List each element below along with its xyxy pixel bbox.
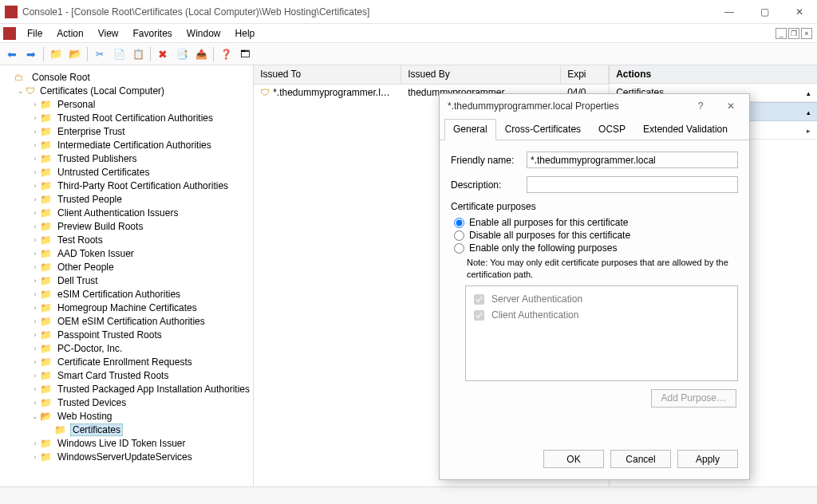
expand-icon[interactable]: › [30, 358, 40, 366]
expand-icon[interactable]: › [30, 195, 40, 203]
expand-icon[interactable]: › [30, 168, 40, 176]
collapse-icon[interactable] [807, 87, 811, 98]
radio-disable-all-input[interactable] [454, 230, 464, 241]
radio-enable-all-input[interactable] [454, 218, 464, 228]
expand-icon[interactable]: › [30, 263, 40, 271]
col-issued-to[interactable]: Issued To [254, 65, 401, 84]
dialog-close-button[interactable]: ✕ [716, 95, 746, 117]
export-list-button[interactable] [192, 45, 210, 63]
expand-icon[interactable]: › [30, 372, 40, 380]
radio-disable-all[interactable]: Disable all purposes for this certificat… [454, 230, 738, 241]
show-hide-tree-button[interactable] [66, 45, 84, 63]
description-input[interactable] [527, 176, 738, 193]
radio-enable-only[interactable]: Enable only the following purposes [454, 242, 738, 254]
tree-node[interactable]: ›Dell Trust [2, 274, 251, 287]
tree-node[interactable]: ›Enterprise Trust [2, 124, 251, 138]
tree-node[interactable]: ›Test Roots [2, 233, 251, 246]
tree-node[interactable]: ›Trusted Packaged App Installation Autho… [2, 382, 251, 396]
tree-node[interactable]: ›Windows Live ID Token Issuer [2, 436, 251, 450]
tree-node[interactable]: ›Untrusted Certificates [2, 165, 251, 179]
collapse-icon[interactable]: ⌄ [16, 87, 26, 95]
tree-node[interactable]: ›Client Authentication Issuers [2, 206, 251, 219]
tree-node[interactable]: ›Personal [2, 97, 251, 111]
tree-node[interactable]: ›Trusted Root Certification Authorities [2, 111, 251, 124]
expand-icon[interactable]: › [30, 439, 40, 447]
view-button[interactable] [236, 45, 254, 63]
expand-icon[interactable]: › [30, 128, 40, 136]
tree-web-hosting[interactable]: ⌄ Web Hosting [2, 409, 251, 423]
friendly-name-input[interactable] [527, 152, 738, 168]
expand-icon[interactable]: › [30, 236, 40, 244]
tree-node[interactable]: ›Trusted Devices [2, 396, 251, 409]
menu-file[interactable]: File [21, 26, 49, 41]
expand-icon[interactable]: › [30, 182, 40, 190]
expand-icon[interactable]: › [30, 453, 40, 461]
expand-icon[interactable]: › [30, 385, 40, 393]
expand-icon[interactable]: › [30, 304, 40, 312]
expand-icon[interactable]: › [30, 100, 40, 108]
forward-button[interactable] [22, 45, 40, 63]
paste-button[interactable] [129, 45, 147, 63]
col-expiration[interactable]: Expi [561, 65, 609, 84]
help-button[interactable] [217, 45, 235, 63]
maximize-button[interactable]: ▢ [747, 0, 782, 24]
expand-icon[interactable]: › [30, 290, 40, 298]
tree-console-root[interactable]: Console Root [2, 70, 251, 84]
tree-node[interactable]: ›Trusted People [2, 192, 251, 206]
tree-node[interactable]: ›Third-Party Root Certification Authorit… [2, 179, 251, 192]
menu-favorites[interactable]: Favorites [127, 26, 179, 41]
expand-icon[interactable]: › [30, 345, 40, 352]
tree-node[interactable]: ›Smart Card Trusted Roots [2, 368, 251, 382]
back-button[interactable] [3, 45, 21, 63]
tree-node[interactable]: ›eSIM Certification Authorities [2, 287, 251, 301]
tree-node[interactable]: ›Certificate Enrollment Requests [2, 355, 251, 368]
properties-button[interactable] [173, 45, 191, 63]
menu-window[interactable]: Window [180, 26, 227, 41]
copy-button[interactable] [110, 45, 128, 63]
tab-cross-certificates[interactable]: Cross-Certificates [496, 119, 590, 140]
expand-icon[interactable]: › [30, 209, 40, 217]
mdi-minimize-button[interactable]: _ [776, 28, 787, 39]
apply-button[interactable]: Apply [677, 450, 738, 468]
tree-certificates-local[interactable]: ⌄ Certificates (Local Computer) [2, 84, 251, 97]
radio-enable-only-input[interactable] [454, 243, 464, 254]
collapse-icon[interactable]: ⌄ [30, 412, 40, 420]
minimize-button[interactable]: — [712, 0, 747, 24]
menu-view[interactable]: View [92, 26, 125, 41]
up-button[interactable] [47, 45, 65, 63]
dialog-help-button[interactable]: ? [685, 95, 716, 117]
expand-icon[interactable]: › [30, 331, 40, 339]
ok-button[interactable]: OK [543, 450, 604, 468]
cancel-button[interactable]: Cancel [610, 450, 671, 468]
expand-icon[interactable]: › [30, 250, 40, 258]
tree-node[interactable]: ›Homegroup Machine Certificates [2, 301, 251, 314]
tree-node[interactable]: ›PC-Doctor, Inc. [2, 341, 251, 355]
menu-action[interactable]: Action [50, 26, 89, 41]
mdi-close-button[interactable]: × [801, 28, 812, 39]
expand-icon[interactable]: › [30, 317, 40, 325]
tree-node[interactable]: ›Passpoint Trusted Roots [2, 328, 251, 341]
tree-node[interactable]: ›Trusted Publishers [2, 152, 251, 165]
radio-enable-all[interactable]: Enable all purposes for this certificate [454, 217, 738, 228]
expand-icon[interactable]: › [30, 114, 40, 122]
expand-icon[interactable]: › [30, 399, 40, 407]
expand-icon[interactable]: › [30, 141, 40, 149]
tree-node[interactable]: ›Intermediate Certification Authorities [2, 138, 251, 152]
tree-node[interactable]: ›Preview Build Roots [2, 219, 251, 233]
tab-ocsp[interactable]: OCSP [590, 119, 634, 140]
tree-node[interactable]: ›WindowsServerUpdateServices [2, 450, 251, 463]
tab-general[interactable]: General [444, 119, 496, 140]
cut-button[interactable] [91, 45, 109, 63]
tab-extended-validation[interactable]: Extended Validation [634, 119, 736, 140]
col-issued-by[interactable]: Issued By [401, 65, 561, 84]
tree-certificates-leaf[interactable]: Certificates [2, 423, 251, 436]
tree-node[interactable]: ›Other People [2, 260, 251, 274]
tree-node[interactable]: ›OEM eSIM Certification Authorities [2, 314, 251, 328]
tree-node[interactable]: ›AAD Token Issuer [2, 246, 251, 260]
menu-help[interactable]: Help [229, 26, 262, 41]
expand-icon[interactable]: › [30, 222, 40, 230]
expand-icon[interactable]: › [30, 155, 40, 163]
close-button[interactable]: ✕ [782, 0, 817, 24]
console-tree[interactable]: Console Root ⌄ Certificates (Local Compu… [0, 65, 254, 486]
expand-icon[interactable]: › [30, 277, 40, 285]
